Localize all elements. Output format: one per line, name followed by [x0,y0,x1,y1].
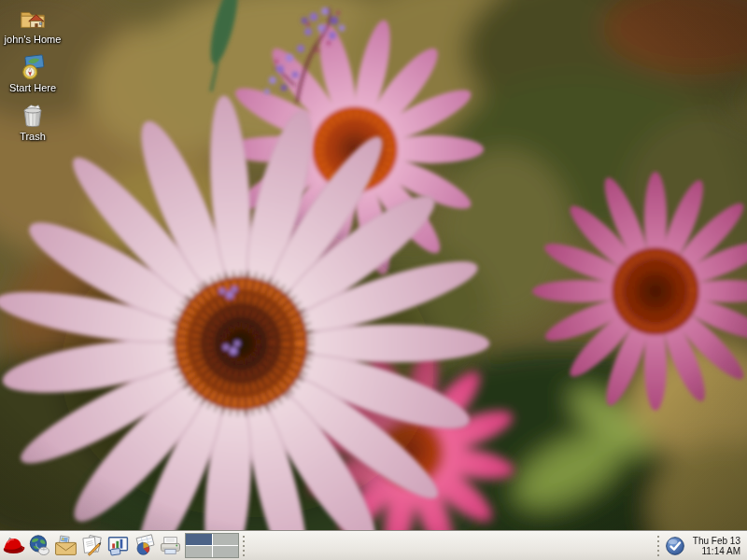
slide-barchart-icon [106,534,130,557]
panel-drag-handle-right[interactable] [656,535,662,557]
desktop[interactable]: john's Home Start Here Trash [0,0,747,560]
launcher-word-processor[interactable] [78,532,105,560]
workspace-1[interactable] [186,534,212,545]
documents-pen-icon [80,534,104,557]
printer-icon [159,534,182,557]
desktop-icon-trash[interactable]: Trash [2,102,63,142]
launcher-spreadsheet[interactable] [131,532,157,560]
piechart-sheet-icon [133,534,156,557]
workspace-3[interactable] [186,546,212,557]
panel-right-group: Thu Feb 13 11:14 AM [654,531,747,560]
workspace-switcher[interactable] [185,533,239,558]
globe-browser-icon [28,534,51,557]
red-hat-menu-icon [2,534,25,557]
launcher-print-manager[interactable] [157,532,183,560]
launcher-main-menu[interactable] [0,532,26,560]
panel-drag-handle-left[interactable] [242,535,247,557]
launcher-web-browser[interactable] [26,532,52,560]
desktop-icon-list: john's Home Start Here Trash [2,5,63,142]
start-here-icon [19,53,47,81]
desktop-icon-start-here[interactable]: Start Here [2,53,63,93]
blue-check-update-icon [665,536,685,556]
desktop-icon-johns-home[interactable]: john's Home [2,5,63,45]
clock-date: Thu Feb 13 [693,536,740,546]
desktop-icon-label: Trash [20,131,46,142]
workspace-2[interactable] [213,534,239,545]
desktop-icon-label: Start Here [9,82,56,93]
home-folder-icon [19,5,47,33]
clock-applet[interactable]: Thu Feb 13 11:14 AM [693,536,740,556]
update-notification-button[interactable] [665,536,685,556]
trash-icon [19,102,47,130]
launcher-email[interactable] [52,532,78,560]
workspace-4[interactable] [213,546,239,557]
panel-left-group [0,531,250,560]
wallpaper-image [0,0,747,560]
bottom-panel: Thu Feb 13 11:14 AM [0,530,747,560]
desktop-icon-label: john's Home [5,34,62,45]
launcher-presentation[interactable] [105,532,131,560]
email-envelope-icon [54,534,78,557]
clock-time: 11:14 AM [693,546,740,556]
